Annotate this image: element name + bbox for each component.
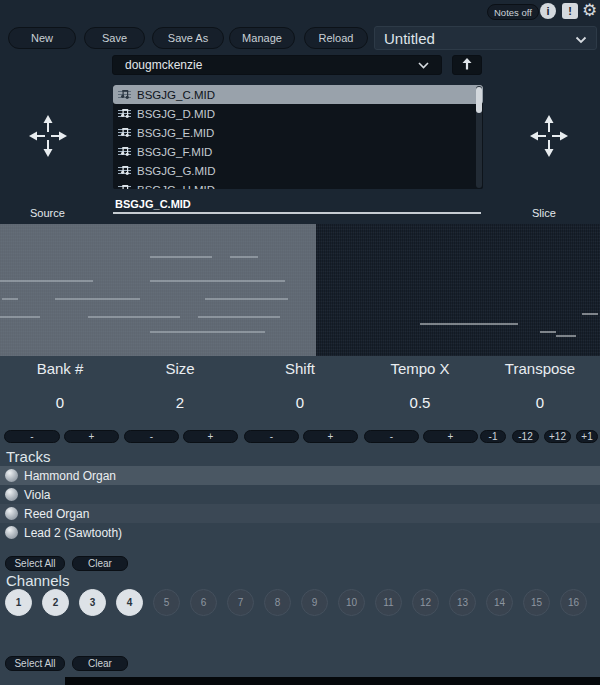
param-value-tempo: 0.5 [350,394,490,411]
file-list-item[interactable]: BSGJG_C.MID [113,85,483,104]
manage-button[interactable]: Manage [229,27,295,49]
channels-header: Channels [6,572,69,589]
track-sphere-icon [5,469,18,482]
track-row-lead2[interactable]: Lead 2 (Sawtooth) [0,523,600,542]
track-row-hammond[interactable]: Hammond Organ [0,466,600,485]
info-icon[interactable]: i [540,3,556,19]
track-row-reed-organ[interactable]: Reed Organ [0,504,600,523]
channel-selector: 1 2 3 4 5 6 7 8 9 10 11 12 13 14 15 16 [5,589,587,616]
track-name: Hammond Organ [24,469,116,483]
transpose-minus12-button[interactable]: -12 [512,430,539,443]
transpose-minus1-button[interactable]: -1 [480,430,506,443]
channel-14-button[interactable]: 14 [486,589,513,616]
tracks-select-all-button[interactable]: Select All [5,556,65,571]
channel-13-button[interactable]: 13 [449,589,476,616]
reload-button[interactable]: Reload [304,27,368,49]
param-value-transpose: 0 [470,394,600,411]
filename-field[interactable] [113,197,481,214]
track-sphere-icon [5,488,18,501]
file-list-scrollbar[interactable] [476,86,482,188]
param-value-size: 2 [110,394,250,411]
notes-off-label: Notes off [494,7,532,18]
file-name: BSGJG_D.MID [137,108,215,120]
channel-6-button[interactable]: 6 [190,589,217,616]
preset-name-dropdown[interactable]: Untitled [374,26,597,50]
channel-9-button[interactable]: 9 [301,589,328,616]
param-label-transpose: Transpose [470,360,600,377]
tracks-header: Tracks [6,448,50,465]
midi-file-icon [118,146,131,157]
file-list-item[interactable]: BSGJG_D.MID [113,104,483,123]
tracks-clear-button[interactable]: Clear [72,556,128,571]
folder-dropdown[interactable]: dougmckenzie [112,55,442,75]
file-list-item[interactable]: BSGJG_F.MID [113,142,483,161]
preview-selection-region[interactable] [0,224,316,356]
folder-name: dougmckenzie [125,58,202,72]
source-label: Source [30,207,65,219]
midi-file-icon [118,127,131,138]
transpose-plus12-button[interactable]: +12 [544,430,571,443]
file-list: BSGJG_C.MID BSGJG_D.MID BSGJG_E.MID BSGJ… [113,85,483,189]
file-list-item[interactable]: BSGJG_G.MID [113,161,483,180]
channel-4-button[interactable]: 4 [116,589,143,616]
midi-player-window: Notes off i ! ⚙ New Save Save As Manage … [0,0,600,685]
new-button[interactable]: New [8,27,76,49]
midi-file-icon [118,184,131,189]
channel-16-button[interactable]: 16 [560,589,587,616]
channel-1-button[interactable]: 1 [5,589,32,616]
midi-file-icon [118,89,131,100]
size-minus-button[interactable]: - [124,430,179,443]
file-list-item[interactable]: BSGJG_H.MID [113,180,483,189]
notes-off-button[interactable]: Notes off [487,4,539,20]
midi-note-preview[interactable] [0,224,600,356]
channel-8-button[interactable]: 8 [264,589,291,616]
track-name: Reed Organ [24,507,89,521]
folder-up-button[interactable] [452,55,482,75]
track-row-viola[interactable]: Viola [0,485,600,504]
transpose-plus1-button[interactable]: +1 [576,430,598,443]
track-list: Hammond Organ Viola Reed Organ Lead 2 (S… [0,466,600,542]
file-list-item[interactable]: BSGJG_E.MID [113,123,483,142]
channels-clear-button[interactable]: Clear [72,656,128,671]
tempo-plus-button[interactable]: + [423,430,478,443]
settings-gear-icon[interactable]: ⚙ [582,1,597,21]
channel-15-button[interactable]: 15 [523,589,550,616]
file-name: BSGJG_F.MID [137,146,212,158]
param-label-size: Size [110,360,250,377]
file-name: BSGJG_H.MID [137,184,215,190]
channel-2-button[interactable]: 2 [42,589,69,616]
size-plus-button[interactable]: + [183,430,238,443]
channels-select-all-button[interactable]: Select All [5,656,65,671]
bank-plus-button[interactable]: + [64,430,119,443]
arrow-up-icon [462,56,472,74]
channel-3-button[interactable]: 3 [79,589,106,616]
slice-move-handle[interactable] [527,112,571,164]
bank-minus-button[interactable]: - [4,430,60,443]
chevron-down-icon [575,30,587,47]
track-sphere-icon [5,526,18,539]
slice-label: Slice [532,207,556,219]
save-button[interactable]: Save [84,27,145,49]
file-name: BSGJG_G.MID [137,165,216,177]
file-name: BSGJG_C.MID [137,89,215,101]
save-as-button[interactable]: Save As [152,27,224,49]
track-name: Lead 2 (Sawtooth) [24,526,122,540]
source-move-handle[interactable] [26,112,70,164]
tempo-minus-button[interactable]: - [364,430,419,443]
channel-5-button[interactable]: 5 [153,589,180,616]
file-name: BSGJG_E.MID [137,127,214,139]
shift-minus-button[interactable]: - [244,430,299,443]
channel-11-button[interactable]: 11 [375,589,402,616]
channel-7-button[interactable]: 7 [227,589,254,616]
midi-file-icon [118,108,131,119]
param-label-shift: Shift [230,360,370,377]
shift-plus-button[interactable]: + [303,430,358,443]
channel-12-button[interactable]: 12 [412,589,439,616]
file-list-scrollbar-thumb[interactable] [476,87,482,113]
param-value-shift: 0 [230,394,370,411]
track-sphere-icon [5,507,18,520]
preset-name-value: Untitled [384,30,435,47]
track-name: Viola [24,488,50,502]
channel-10-button[interactable]: 10 [338,589,365,616]
alert-icon[interactable]: ! [562,3,578,19]
